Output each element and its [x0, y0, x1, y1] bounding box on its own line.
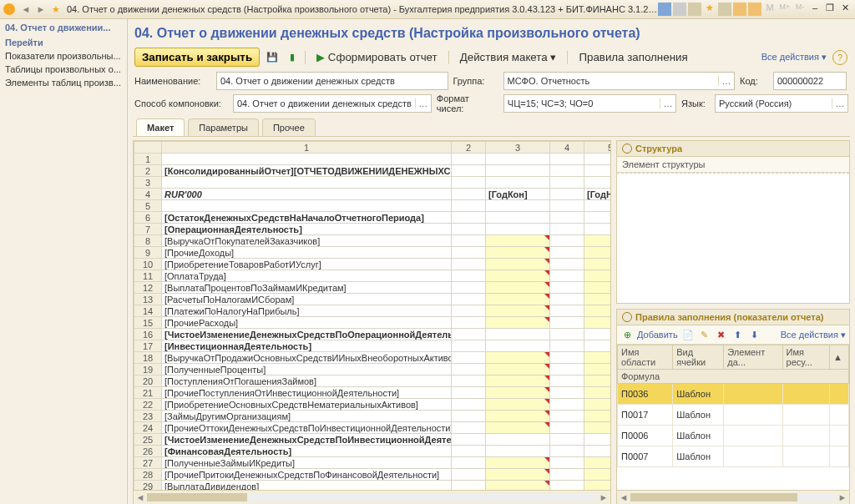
cell[interactable]: [ИнвестиционнаяДеятельность]	[162, 340, 452, 352]
row-number: 28	[134, 469, 162, 481]
calc-icon[interactable]	[733, 3, 746, 16]
layoutmode-input[interactable]: 04. Отчет о движении денежных средств…	[233, 94, 432, 113]
dots-icon[interactable]: …	[415, 98, 431, 108]
scroll-right-icon[interactable]: ►	[597, 492, 610, 502]
up-icon[interactable]: ⬆	[731, 328, 745, 341]
close-icon[interactable]: ✕	[838, 3, 852, 16]
rules-row[interactable]: П0007Шаблон	[618, 446, 849, 467]
back-icon[interactable]: ◄	[19, 3, 33, 16]
numfmt-input[interactable]: ЧЦ=15; ЧС=3; ЧО=0…	[503, 94, 676, 113]
cell[interactable]: [ЧистоеИзменениеДенежныхСредствПоОпераци…	[162, 329, 452, 340]
cell[interactable]: RUR'000	[162, 189, 452, 200]
cell[interactable]: [ПрочиеОттокиДенежныхСредствПоИнвестицио…	[162, 422, 452, 434]
mminus-icon[interactable]: M-	[793, 3, 807, 16]
save-button[interactable]: 💾	[266, 51, 279, 64]
h-scrollbar[interactable]: ◄ ►	[134, 490, 610, 504]
sidebar-item[interactable]: Таблицы произвольных о...	[0, 63, 127, 76]
rules-h-scrollbar[interactable]: ◄►	[617, 490, 849, 504]
cell[interactable]: [ПолученныеПроценты]	[162, 364, 452, 375]
cell[interactable]: [ПлатежиПоНалогуНаПрибыль]	[162, 305, 452, 317]
sidebar-header[interactable]: 04. Отчет о движении...	[0, 19, 127, 36]
form-report-button[interactable]: ▶ Сформировать отчет	[311, 48, 443, 67]
row-number: 15	[134, 317, 162, 329]
history-icon[interactable]	[718, 3, 731, 16]
rules-panel-header[interactable]: Правила заполнения (показатели отчета)	[617, 310, 849, 325]
tab[interactable]: Макет	[136, 118, 185, 136]
copy-icon[interactable]: 📄	[681, 328, 695, 341]
cell[interactable]: [ФинансоваяДеятельность]	[162, 446, 452, 457]
bookmark-button[interactable]: ▮	[286, 51, 299, 64]
print-icon[interactable]	[673, 3, 686, 16]
cell[interactable]: [ПрочиеДоходы]	[162, 247, 452, 259]
rules-row[interactable]: П0036Шаблон	[618, 384, 849, 405]
delete-icon[interactable]: ✖	[715, 328, 728, 341]
rules-row[interactable]: П0006Шаблон	[618, 426, 849, 446]
code-input[interactable]: 000000022	[773, 72, 847, 90]
add-icon[interactable]: ⊕	[620, 328, 634, 341]
cell[interactable]	[162, 200, 452, 212]
cell[interactable]: [ПрочиеПоступленияОтИнвестиционнойДеятел…	[162, 387, 452, 399]
forward-icon[interactable]: ►	[34, 3, 48, 16]
mplus-icon[interactable]: M+	[778, 3, 792, 16]
app-icon	[3, 3, 15, 15]
rules-row[interactable]: П0017Шаблон	[618, 405, 849, 426]
cell[interactable]: [ПрочиеПритокиДенежныхСредствПоФинансово…	[162, 469, 452, 481]
fav-icon[interactable]: ★	[703, 3, 716, 16]
cell[interactable]: [ЧистоеИзменениеДенежныхСредствПоИнвести…	[162, 434, 452, 446]
save-icon[interactable]	[658, 3, 671, 16]
sidebar-item[interactable]: Показатели произвольны...	[0, 49, 127, 63]
dots-icon[interactable]: …	[660, 98, 675, 108]
row-number: 16	[134, 329, 162, 340]
cell[interactable]: [ПолученныеЗаймыИКредиты]	[162, 457, 452, 469]
cell[interactable]: [ВыплатаПроцентовПоЗаймамИКредитам]	[162, 282, 452, 294]
cell[interactable]: [ВыручкаОтПокупателейЗаказчиков]	[162, 235, 452, 247]
tab[interactable]: Параметры	[188, 118, 259, 136]
row-number: 18	[134, 352, 162, 364]
layout-actions-menu[interactable]: Действия макета ▾	[454, 48, 563, 67]
calendar-icon[interactable]	[748, 3, 761, 16]
rules-all-actions[interactable]: Все действия ▾	[781, 330, 846, 340]
lang-input[interactable]: Русский (Россия)…	[715, 94, 848, 113]
structure-panel-header[interactable]: Структура	[617, 141, 849, 157]
cell[interactable]: [ПриобретениеТоваровРаботИУслуг]	[162, 259, 452, 270]
cell[interactable]: [КонсолидированныйОтчет][ОТЧЕТОДВИЖЕНИИД…	[162, 165, 452, 177]
maximize-icon[interactable]: ❐	[823, 3, 837, 16]
save-close-button[interactable]: Записать и закрыть	[134, 48, 260, 67]
cell[interactable]: [ОстатокДенежныхСредствНаНачалоОтчетного…	[162, 212, 452, 224]
cell[interactable]: [ПрочиеРасходы]	[162, 317, 452, 329]
structure-col-header: Элемент структуры	[617, 157, 849, 173]
cell[interactable]: [ПриобретениеОсновныхСредствНематериальн…	[162, 399, 452, 411]
sidebar-item[interactable]: Элементы таблиц произв...	[0, 76, 127, 89]
cell[interactable]: [ВыплатаДивидендов]	[162, 481, 452, 491]
group-input[interactable]: МСФО. Отчетность…	[503, 72, 736, 90]
help-icon[interactable]: ?	[832, 50, 847, 65]
m-icon[interactable]: M	[763, 3, 777, 16]
spreadsheet[interactable]: 1234512[КонсолидированныйОтчет][ОТЧЕТОДВ…	[133, 140, 611, 504]
cell[interactable]: [РасчетыПоНалогамИСборам]	[162, 294, 452, 305]
row-number: 13	[134, 294, 162, 305]
name-input[interactable]: 04. Отчет о движении денежных средств	[216, 72, 448, 90]
dots-icon[interactable]: …	[832, 98, 847, 108]
edit-icon[interactable]: ✎	[698, 328, 711, 341]
dots-icon[interactable]: …	[718, 76, 734, 86]
all-actions-menu[interactable]: Все действия ▾	[761, 52, 827, 63]
cell[interactable]: [ЗаймыДругимОрганизациям]	[162, 411, 452, 422]
add-button[interactable]: Добавить	[637, 330, 678, 340]
tool-icon[interactable]	[688, 3, 701, 16]
row-number: 29	[134, 481, 162, 491]
cell[interactable]: [ОперационнаяДеятельность]	[162, 224, 452, 235]
star-icon[interactable]: ★	[49, 3, 63, 16]
down-icon[interactable]: ⬇	[748, 328, 761, 341]
cell[interactable]: [ПоступленияОтПогашенияЗаймов]	[162, 375, 452, 387]
tab[interactable]: Прочее	[262, 118, 316, 136]
minimize-icon[interactable]: –	[808, 3, 822, 16]
cell[interactable]	[162, 154, 452, 165]
row-number: 14	[134, 305, 162, 317]
fill-rules-button[interactable]: Правила заполнения	[573, 48, 693, 67]
row-number: 12	[134, 282, 162, 294]
cell[interactable]	[162, 177, 452, 189]
cell[interactable]: [ОплатаТруда]	[162, 270, 452, 282]
scroll-left-icon[interactable]: ◄	[134, 492, 147, 502]
cell[interactable]: [ВыручкаОтПродажиОсновныхСредствИИныхВне…	[162, 352, 452, 364]
sidebar-section: Перейти	[0, 36, 127, 49]
